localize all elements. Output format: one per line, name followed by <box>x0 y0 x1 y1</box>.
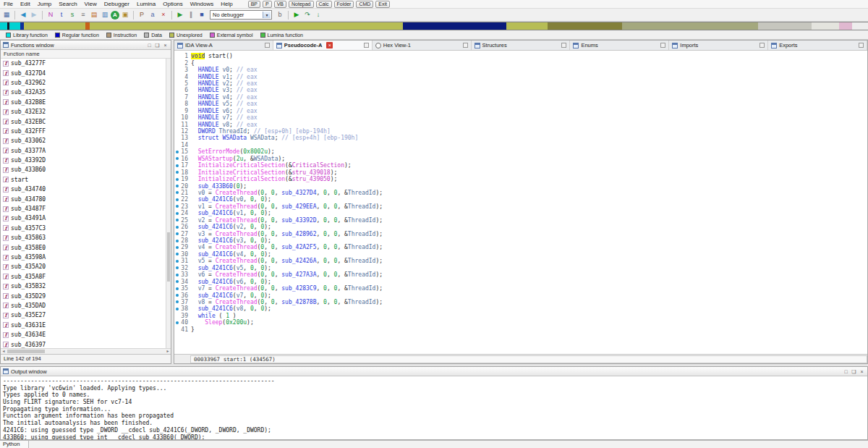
quick-button-exit[interactable]: Exit <box>375 1 390 8</box>
dock-icon[interactable]: □ <box>146 42 153 48</box>
run-icon[interactable]: ▶ <box>292 10 302 20</box>
quick-button-cmd[interactable]: CMD <box>356 1 373 8</box>
tab-exports[interactable]: Exports <box>768 41 867 50</box>
pseudocode-line[interactable]: 18 InitializeCriticalSection(&stru_43901… <box>174 169 867 175</box>
pseudocode-line[interactable]: 6 HANDLE v3; // eax <box>174 87 867 93</box>
function-list-item[interactable]: fsub_432EBC <box>1 117 171 126</box>
chevron-down-icon[interactable]: ▾ <box>263 12 271 18</box>
pseudocode-line[interactable]: 13 struct WSAData WSAData; // [esp+4h] [… <box>174 135 867 141</box>
pseudocode-line[interactable]: 27 v3 = CreateThread(0, 0, sub_428962, 0… <box>174 230 867 237</box>
tab-structures[interactable]: Structures <box>472 41 571 50</box>
function-list-item[interactable]: fstart <box>1 175 171 185</box>
pseudocode-line[interactable]: 1void start() <box>174 53 867 59</box>
menu-edit[interactable]: Edit <box>17 0 34 9</box>
menu-options[interactable]: Options <box>159 0 187 9</box>
step-into-icon[interactable]: ↓ <box>313 10 323 20</box>
pseudocode-line[interactable]: 17 InitializeCriticalSection(&CriticalSe… <box>174 162 867 169</box>
function-list-item[interactable]: fsub_4327D4 <box>1 68 171 77</box>
menu-search[interactable]: Search <box>55 0 80 9</box>
pseudocode-line[interactable]: 32 sub_4241C6(v5, 0, 0); <box>174 265 867 271</box>
pseudocode-line[interactable]: 22 sub_4241C6(v0, 0, 0); <box>174 196 867 203</box>
function-list-item[interactable]: fsub_435A8F <box>1 272 171 282</box>
pseudocode-line[interactable]: 25 v2 = CreateThread(0, 0, sub_43392D, 0… <box>174 217 867 224</box>
function-list-item[interactable]: fsub_435D29 <box>1 291 171 300</box>
function-list-item[interactable]: fsub_43634E <box>1 330 171 339</box>
save-icon[interactable]: ▦ <box>1 10 12 20</box>
tab-pseudocode-a[interactable]: Pseudocode-A× <box>273 41 373 50</box>
function-list-item[interactable]: fsub_434780 <box>1 194 171 203</box>
pseudocode-line[interactable]: 37 v8 = CreateThread(0, 0, sub_42878B, 0… <box>174 299 867 305</box>
close-tab-icon[interactable]: × <box>326 42 333 48</box>
tab-hex-view-1[interactable]: Hex View-1 <box>373 41 472 50</box>
tab-enums[interactable]: Enums <box>570 41 669 50</box>
rename-icon[interactable]: N <box>46 10 56 20</box>
pseudocode-line[interactable]: 29 v4 = CreateThread(0, 0, sub_42A2F5, 0… <box>174 244 867 250</box>
function-list-item[interactable]: fsub_436397 <box>1 339 171 348</box>
scroll-right-icon[interactable]: ▸ <box>165 349 171 354</box>
pseudocode-line[interactable]: 31 v5 = CreateThread(0, 0, sub_42426A, 0… <box>174 258 867 264</box>
pseudocode-line[interactable]: 12 DWORD ThreadId; // [esp+0h] [ebp-194h… <box>174 128 867 135</box>
function-list-item[interactable]: fsub_43277F <box>1 59 171 68</box>
pseudocode-line[interactable]: 36 sub_4241C6(v7, 0, 0); <box>174 292 867 298</box>
pseudocode-line[interactable]: 2{ <box>174 59 867 66</box>
pseudocode-line[interactable]: 10 HANDLE v7; // eax <box>174 114 867 121</box>
pseudocode-line[interactable]: 26 sub_4241C6(v2, 0, 0); <box>174 224 867 230</box>
pseudocode-line[interactable]: 5 HANDLE v2; // eax <box>174 80 867 87</box>
quick-button-folder[interactable]: Folder <box>334 1 354 8</box>
step-over-icon[interactable]: ↷ <box>302 10 312 20</box>
function-list-item[interactable]: fsub_432B8E <box>1 98 171 107</box>
menu-view[interactable]: View <box>81 0 101 9</box>
debugger-options-icon[interactable]: b <box>275 10 285 20</box>
debugger-stop-icon[interactable]: ■ <box>197 10 207 20</box>
pseudocode-line[interactable]: 38 sub_4241C6(v8, 0, 0); <box>174 305 867 312</box>
function-list-item[interactable]: fsub_4357C3 <box>1 224 171 233</box>
quick-button-notepad[interactable]: Notepad <box>289 1 313 8</box>
problems-icon[interactable]: × <box>158 10 169 20</box>
pseudocode-line[interactable]: 21 v0 = CreateThread(0, 0, sub_4327D4, 0… <box>174 190 867 196</box>
float-icon[interactable]: ❏ <box>154 42 161 48</box>
function-list-item[interactable]: fsub_435E27 <box>1 310 171 320</box>
close-icon[interactable]: × <box>859 368 865 375</box>
debugger-selector[interactable]: No debugger▾ <box>210 10 272 20</box>
list-icon[interactable]: ≡ <box>78 10 88 20</box>
function-list-item[interactable]: fsub_43631E <box>1 321 171 330</box>
interpreter-selector[interactable]: Python <box>0 441 29 448</box>
function-list-item[interactable]: fsub_43491A <box>1 214 171 223</box>
debugger-pause-icon[interactable]: ∥ <box>186 10 196 20</box>
pseudocode-line[interactable]: 33 v6 = CreateThread(0, 0, sub_427A3A, 0… <box>174 271 867 278</box>
pseudocode-line[interactable]: 23 v1 = CreateThread(0, 0, sub_429EEA, 0… <box>174 203 867 210</box>
pseudocode-line[interactable]: 4 HANDLE v1; // eax <box>174 73 867 80</box>
pseudocode-view[interactable]: 1void start()2{3 HANDLE v0; // eax4 HAND… <box>174 51 867 354</box>
colors-icon[interactable]: ▤ <box>89 10 99 20</box>
pseudocode-line[interactable]: 34 sub_4241C6(v6, 0, 0); <box>174 278 867 284</box>
pseudocode-line[interactable]: 14 <box>174 142 867 148</box>
tab-ida-view-a[interactable]: IDA View-A <box>174 41 273 50</box>
menu-help[interactable]: Help <box>217 0 236 9</box>
navigation-band[interactable] <box>0 22 868 30</box>
pseudocode-line[interactable]: 30 sub_4241C6(v4, 0, 0); <box>174 251 867 258</box>
function-list-item[interactable]: fsub_432A35 <box>1 88 171 97</box>
function-list-item[interactable]: fsub_435B32 <box>1 282 171 291</box>
function-list-item[interactable]: fsub_435863 <box>1 233 171 242</box>
pseudocode-line[interactable]: 9 HANDLE v6; // eax <box>174 108 867 114</box>
function-list-item[interactable]: fsub_435DAD <box>1 301 171 310</box>
strings-icon[interactable]: s <box>67 10 77 20</box>
patch-icon[interactable]: P <box>137 10 147 20</box>
pseudocode-line[interactable]: 20 sub_433B60(0); <box>174 182 867 189</box>
pseudocode-line[interactable]: 15 SetErrorMode(0x8002u); <box>174 148 867 155</box>
function-list-item[interactable]: fsub_43377A <box>1 146 171 156</box>
pseudocode-line[interactable]: 11 HANDLE v8; // eax <box>174 121 867 127</box>
menu-file[interactable]: File <box>0 0 17 9</box>
menu-lumina[interactable]: Lumina <box>133 0 159 9</box>
pseudocode-line[interactable]: 3 HANDLE v0; // eax <box>174 67 867 73</box>
function-list-item[interactable]: fsub_433062 <box>1 136 171 145</box>
quick-button-p[interactable]: P <box>263 1 272 8</box>
function-list-item[interactable]: fsub_433B60 <box>1 165 171 174</box>
pseudocode-line[interactable]: 16 WSAStartup(2u, &WSAData); <box>174 156 867 162</box>
close-icon[interactable]: × <box>162 42 169 48</box>
pseudocode-line[interactable]: 39 while ( 1 ) <box>174 313 867 319</box>
quick-button-bp[interactable]: BP <box>248 1 260 8</box>
quick-button-vb[interactable]: VB <box>274 1 286 8</box>
function-list-item[interactable]: fsub_432962 <box>1 78 171 88</box>
navigate-back-icon[interactable]: ◀ <box>18 10 28 20</box>
